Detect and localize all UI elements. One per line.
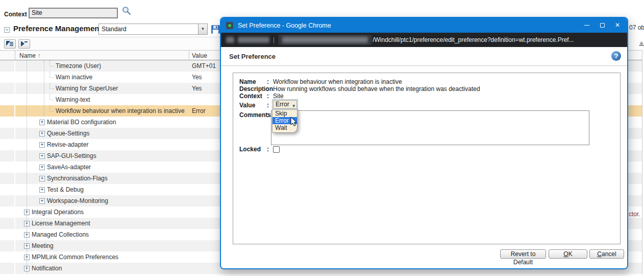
row-label: License Management: [32, 220, 90, 227]
row-label: Warn inactive: [56, 74, 92, 81]
tree-expand-icon[interactable]: +: [39, 120, 45, 125]
help-icon[interactable]: ?: [611, 51, 621, 61]
table-toolbar: [0, 37, 220, 50]
context-label: Context: [4, 11, 27, 18]
tree-expand-icon[interactable]: +: [39, 176, 45, 181]
row-label: Workflow behaviour when integration is i…: [56, 107, 185, 114]
row-name-cell: Workflow behaviour when integration is i…: [0, 105, 185, 117]
tree-expand-icon[interactable]: +: [39, 153, 45, 159]
tree-connector-icon: [49, 60, 54, 66]
tree-connector-icon: [49, 94, 54, 100]
sort-options-icon[interactable]: [639, 41, 644, 48]
row-value: Yes: [192, 72, 202, 83]
row-label: Warning-text: [56, 96, 90, 103]
locked-checkbox[interactable]: [273, 146, 280, 153]
value-option[interactable]: Skip: [273, 110, 297, 117]
row-name-cell: +Test & Debug: [0, 184, 84, 195]
row-name-cell: +Integral Operations: [0, 206, 84, 218]
colon: :: [267, 78, 269, 85]
column-header-name[interactable]: Name: [19, 52, 36, 59]
dialog-buttons: Revert to Default OK Cancel: [221, 249, 627, 259]
row-label: Workspace-Monitoring: [47, 197, 108, 204]
tree-expand-icon[interactable]: +: [39, 131, 45, 136]
value-select[interactable]: Error ▾: [273, 100, 297, 109]
tree-expand-icon[interactable]: +: [39, 142, 45, 148]
minimize-button[interactable]: [579, 18, 595, 33]
tree-connector-icon: [49, 105, 54, 111]
comments-textarea[interactable]: [271, 110, 589, 145]
mouse-cursor-icon: [290, 117, 298, 129]
maximize-icon: [600, 23, 605, 28]
cancel-button[interactable]: Cancel: [589, 249, 624, 259]
save-view-button[interactable]: [211, 25, 220, 34]
context-input[interactable]: Site: [29, 8, 118, 18]
view-dropdown[interactable]: Standard ▾: [98, 24, 208, 35]
colon: :: [267, 93, 269, 100]
ok-button[interactable]: OK: [549, 249, 587, 259]
row-name-cell: +License Management: [0, 218, 90, 229]
value-label: Value: [239, 102, 255, 109]
row-name-cell: Warning for SuperUser: [0, 83, 118, 94]
url-path-text: /Windchill/ptc1/preference/edit_preferen…: [373, 36, 623, 43]
table-right-border: [642, 50, 642, 274]
redacted-text: [282, 37, 368, 43]
chevron-down-icon[interactable]: ▾: [198, 24, 207, 34]
row-label: Meeting: [32, 242, 54, 249]
object-count-fragment: 07 ob: [629, 24, 644, 31]
row-label: Integral Operations: [32, 209, 84, 216]
row-name-cell: +Synchronisation-Flags: [0, 173, 108, 184]
tree-expand-icon[interactable]: +: [39, 165, 45, 170]
row-label: SaveAs-adapter: [47, 164, 91, 171]
comments-label: Comments: [239, 111, 271, 119]
sort-asc-icon[interactable]: ↑: [38, 52, 41, 58]
tree-connector-icon: [49, 83, 54, 89]
window-titlebar[interactable]: Set Preference - Google Chrome ✕: [221, 18, 627, 33]
row-label: Queue-Settings: [47, 130, 89, 137]
locked-label: Locked: [239, 146, 261, 153]
row-name-cell: +Notification: [0, 263, 62, 274]
window-favicon-icon: [226, 22, 233, 29]
dialog-page: Set Preference ? Name : Workflow behavio…: [221, 47, 627, 268]
row-name-cell: +Material BO configuration: [0, 117, 116, 128]
row-label: Managed Collections: [32, 231, 89, 238]
dialog-header: Set Preference ?: [221, 47, 627, 66]
minimize-icon: [584, 25, 589, 26]
tree-guide-line: [44, 60, 44, 117]
window-title: Set Preference - Google Chrome: [238, 22, 579, 29]
redacted-host-box: [278, 35, 372, 45]
search-icon[interactable]: [121, 6, 132, 16]
revert-to-default-button[interactable]: Revert to Default: [500, 249, 546, 259]
colon: :: [267, 111, 269, 119]
name-value: Workflow behaviour when integration is i…: [273, 78, 402, 85]
context-field-label: Context: [239, 93, 262, 100]
tree-expand-icon[interactable]: +: [39, 187, 45, 193]
colon: :: [267, 85, 269, 93]
set-preference-window: Set Preference - Google Chrome ✕ | /Wind…: [220, 17, 628, 269]
close-button[interactable]: ✕: [610, 18, 625, 33]
row-name-cell: +Managed Collections: [0, 229, 89, 240]
tree-expand-icon[interactable]: +: [39, 198, 45, 204]
row-name-cell: +Queue-Settings: [0, 128, 89, 139]
redacted-favicon: [226, 37, 234, 43]
dialog-title: Set Preference: [229, 53, 276, 60]
row-value-fragment: ctor.: [629, 211, 640, 218]
column-header-value[interactable]: Value: [192, 52, 207, 59]
collapse-section-icon[interactable]: −: [4, 27, 10, 33]
tree-collapse-all-button[interactable]: [18, 39, 30, 49]
page-title: Preference Management: [13, 24, 102, 33]
context-field-value: Site: [273, 93, 284, 100]
address-bar[interactable]: | /Windchill/ptc1/preference/edit_prefer…: [221, 33, 627, 47]
column-divider: [15, 51, 15, 60]
row-value: Yes: [192, 83, 202, 94]
row-label: Notification: [32, 265, 62, 272]
table-view-filter-button[interactable]: [4, 39, 16, 49]
colon: :: [267, 146, 269, 153]
collapse-tree-icon: [20, 40, 28, 47]
maximize-button[interactable]: [595, 18, 610, 33]
row-label: Revise-adapter: [47, 141, 88, 148]
column-gap: [14, 60, 15, 274]
row-label: Timezone (User): [56, 62, 101, 70]
row-name-cell: +Workspace-Monitoring: [0, 195, 108, 206]
name-label: Name: [239, 78, 256, 85]
select-arrow-icon: ▾: [292, 102, 295, 110]
